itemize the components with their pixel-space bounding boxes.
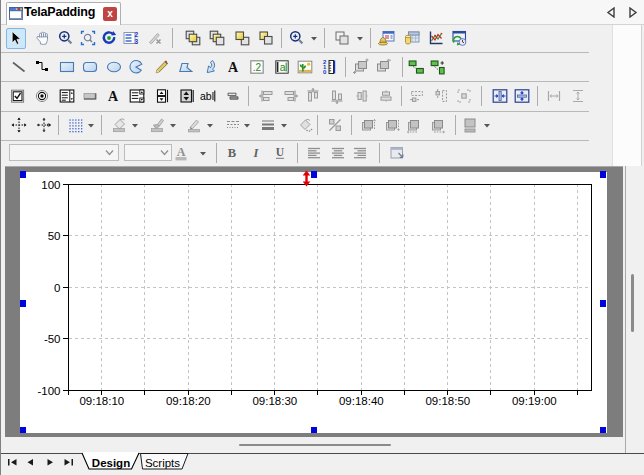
svg-text:-50: -50 <box>44 333 61 345</box>
svg-text:-100: -100 <box>37 385 60 397</box>
svg-text:09:18:50: 09:18:50 <box>425 395 470 407</box>
svg-text:09:18:10: 09:18:10 <box>79 395 124 407</box>
svg-text:09:19:00: 09:19:00 <box>512 395 557 407</box>
svg-text:0: 0 <box>54 282 60 294</box>
svg-text:09:18:30: 09:18:30 <box>252 395 297 407</box>
svg-text:09:18:20: 09:18:20 <box>166 395 211 407</box>
svg-text:100: 100 <box>41 179 60 191</box>
svg-text:50: 50 <box>48 230 61 242</box>
svg-text:09:18:40: 09:18:40 <box>339 395 384 407</box>
